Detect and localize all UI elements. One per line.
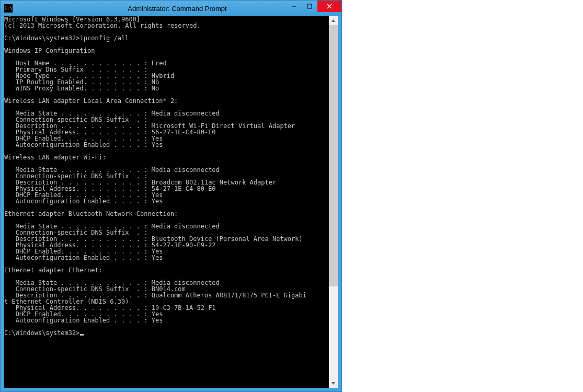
console-line: (c) 2013 Microsoft Corporation. All righ… (4, 22, 201, 29)
console-line: C:\Windows\system32>ipconfig /all (4, 34, 129, 42)
close-icon (327, 4, 332, 9)
scrollbar-track[interactable] (329, 25, 338, 379)
scroll-down-button[interactable] (329, 379, 338, 388)
svg-marker-5 (331, 382, 335, 385)
console-line: Ethernet adapter Bluetooth Network Conne… (4, 210, 178, 217)
command-prompt-window: C:\ Administrator: Command Prompt Micros… (0, 0, 342, 392)
cursor (80, 334, 84, 336)
maximize-button[interactable] (302, 1, 317, 12)
maximize-icon (307, 4, 312, 9)
scrollbar-thumb[interactable] (329, 25, 338, 286)
svg-marker-4 (331, 19, 335, 22)
minimize-icon (291, 4, 296, 9)
window-controls (286, 1, 341, 12)
app-icon: C:\ (4, 4, 13, 13)
titlebar[interactable]: C:\ Administrator: Command Prompt (1, 1, 341, 16)
app-icon-label: C:\ (5, 6, 12, 10)
console-line: Ethernet adapter Ethernet: (4, 267, 102, 274)
client-area: Microsoft Windows [Version 6.3.9600] (c)… (4, 16, 338, 388)
close-button[interactable] (317, 1, 341, 12)
console-line: Wireless LAN adapter Wi-Fi: (4, 154, 106, 161)
chevron-up-icon (331, 18, 336, 23)
console-line: Autoconfiguration Enabled . . . . : Yes (4, 254, 163, 261)
scroll-up-button[interactable] (329, 16, 338, 25)
chevron-down-icon (331, 381, 336, 386)
console-output[interactable]: Microsoft Windows [Version 6.3.9600] (c)… (4, 16, 329, 388)
console-line: C:\Windows\system32> (4, 329, 80, 337)
console-line: Wireless LAN adapter Local Area Connecti… (4, 97, 178, 105)
console-line: Windows IP Configuration (4, 47, 95, 54)
console-line: Autoconfiguration Enabled . . . . : Yes (4, 317, 163, 324)
svg-rect-1 (307, 4, 312, 8)
vertical-scrollbar[interactable] (329, 16, 338, 388)
console-line: Autoconfiguration Enabled . . . . : Yes (4, 141, 163, 148)
console-line: WINS Proxy Enabled. . . . . . . . : No (4, 85, 159, 92)
minimize-button[interactable] (286, 1, 302, 12)
console-line: Autoconfiguration Enabled . . . . : Yes (4, 198, 163, 205)
